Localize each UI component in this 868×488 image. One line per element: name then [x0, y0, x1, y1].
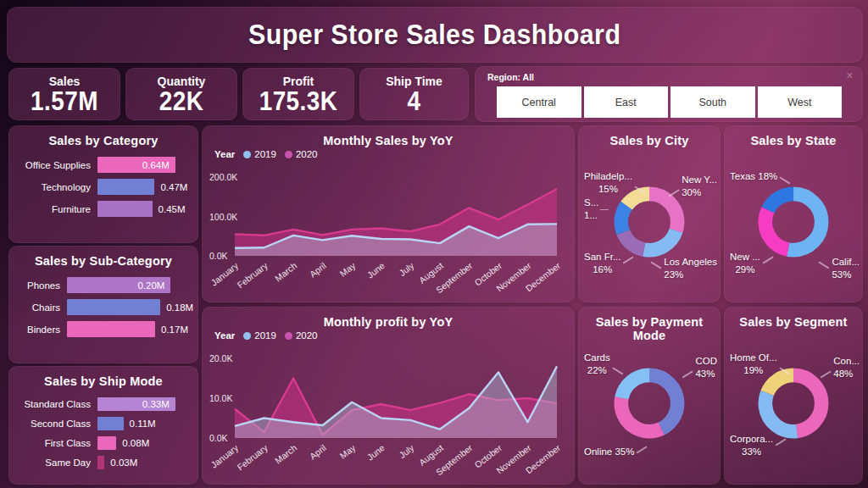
- bar-row[interactable]: Office Supplies0.64M: [18, 154, 189, 175]
- clear-filter-icon[interactable]: ✕: [846, 70, 854, 81]
- kpi-card-sales: Sales 1.57M: [8, 68, 120, 120]
- bar-value-label: 0.18M: [166, 302, 193, 313]
- bar[interactable]: [97, 179, 154, 195]
- donut-label: New Y...30%: [682, 174, 717, 199]
- bar-row[interactable]: Second Class0.11M: [18, 414, 189, 433]
- svg-text:April: April: [308, 442, 328, 461]
- area-chart-monthly-sales[interactable]: 0.0K100.0K200.0KJanuaryFebruaryMarchApri…: [209, 165, 567, 297]
- legend-label: 2019: [254, 149, 276, 159]
- panel-sales-by-ship-mode: Sales by Ship Mode Standard Class0.33MSe…: [8, 366, 198, 485]
- bar-chart-subcategory[interactable]: Phones0.20MChairs0.18MBinders0.17M: [9, 274, 198, 340]
- legend-item-2020[interactable]: 2020: [285, 149, 318, 159]
- bar[interactable]: 0.20M: [67, 277, 170, 293]
- region-option-west[interactable]: West: [758, 86, 843, 118]
- panel-title: Monthly Sales by YoY: [208, 134, 569, 147]
- legend-title: Year: [214, 330, 235, 341]
- bar[interactable]: [97, 456, 104, 469]
- donut-label: Los Angeles23%: [664, 256, 717, 281]
- donut-label: Online 35%: [584, 446, 634, 458]
- panel-title: Sales by City: [584, 134, 715, 147]
- svg-text:May: May: [337, 442, 358, 461]
- region-slicer: Region: All ✕ Central East South West: [475, 66, 863, 122]
- legend-item-2019[interactable]: 2019: [243, 330, 276, 341]
- bar[interactable]: [97, 417, 124, 430]
- kpi-card-profit: Profit 175.3K: [242, 68, 354, 120]
- bar-row[interactable]: Furniture0.45M: [18, 198, 189, 219]
- panel-title: Sales by State: [730, 134, 857, 147]
- legend-item-2019[interactable]: 2019: [243, 149, 276, 159]
- panel-title: Monthly profit by YoY: [208, 315, 569, 329]
- region-option-central[interactable]: Central: [497, 86, 581, 118]
- svg-text:10.0K: 10.0K: [209, 393, 232, 403]
- bar-category-label: Second Class: [18, 419, 97, 429]
- legend-dot: [285, 151, 292, 158]
- area-chart-monthly-profit[interactable]: 0.0K10.0K20.0KJanuaryFebruaryMarchAprilM…: [209, 347, 567, 479]
- bar[interactable]: 0.33M: [97, 397, 175, 411]
- dashboard-title-bar: Super Store Sales Dashboard: [7, 7, 863, 63]
- bar-value-label: 0.20M: [137, 280, 164, 291]
- bar[interactable]: [97, 436, 116, 450]
- bar-row[interactable]: Standard Class0.33M: [18, 395, 189, 413]
- svg-text:February: February: [235, 260, 270, 291]
- bar[interactable]: 0.64M: [97, 157, 175, 173]
- donut-label: New ...29%: [730, 251, 760, 276]
- donut-label: COD43%: [695, 355, 717, 380]
- bar[interactable]: [97, 201, 153, 217]
- donut-chart-payment[interactable]: COD43%Online 35%Cards22%: [579, 331, 720, 484]
- region-option-south[interactable]: South: [670, 86, 755, 118]
- region-slicer-header: Region: All: [476, 67, 862, 82]
- bar-value-label: 0.45M: [159, 204, 186, 214]
- bar-row[interactable]: Phones0.20M: [18, 274, 189, 296]
- panel-sales-by-sub-category: Sales by Sub-Category Phones0.20MChairs0…: [8, 246, 198, 363]
- bar-row[interactable]: Technology0.47M: [18, 176, 189, 197]
- svg-text:0.0K: 0.0K: [209, 433, 228, 443]
- panel-monthly-sales-yoy: Monthly Sales by YoY Year 2019 2020 0.0K…: [202, 125, 575, 302]
- svg-text:June: June: [365, 442, 387, 463]
- svg-text:April: April: [308, 260, 328, 279]
- svg-text:20.0K: 20.0K: [209, 353, 232, 363]
- bar-row[interactable]: Chairs0.18M: [18, 297, 189, 318]
- svg-text:May: May: [337, 260, 358, 279]
- svg-text:February: February: [235, 442, 270, 473]
- donut-chart-city[interactable]: New Y...30%Los Angeles23%San Fr...16%S..…: [579, 150, 720, 302]
- bar-value-label: 0.47M: [160, 182, 187, 192]
- panel-title: Sales by Sub-Category: [14, 254, 192, 268]
- svg-text:0.0K: 0.0K: [209, 251, 228, 261]
- legend-label: 2019: [254, 330, 276, 341]
- legend-label: 2020: [296, 149, 318, 159]
- kpi-value: 175.3K: [249, 88, 348, 115]
- donut-label: Corpora...33%: [730, 433, 773, 458]
- legend-dot: [285, 332, 292, 340]
- donut-label: Calif...53%: [832, 256, 860, 281]
- legend-item-2020[interactable]: 2020: [285, 330, 318, 341]
- svg-text:March: March: [273, 260, 299, 284]
- panel-sales-by-segment: Sales by Segment Con...48%Corpora...33%H…: [724, 307, 863, 485]
- bar-chart-category[interactable]: Office Supplies0.64MTechnology0.47MFurni…: [9, 154, 198, 219]
- donut-label: S...1...: [584, 197, 598, 222]
- donut-label: Home Of...19%: [730, 352, 777, 377]
- svg-text:200.0K: 200.0K: [209, 172, 237, 182]
- bar-category-label: First Class: [18, 438, 97, 448]
- bar-row[interactable]: First Class0.08M: [18, 434, 189, 452]
- bar[interactable]: [67, 299, 160, 315]
- donut-chart-state[interactable]: Calif...53%New ...29%Texas 18%: [725, 150, 862, 302]
- bar-value-label: 0.08M: [122, 438, 149, 448]
- region-option-east[interactable]: East: [584, 86, 669, 118]
- bar-value-label: 0.03M: [110, 458, 137, 468]
- donut-chart-segment[interactable]: Con...48%Corpora...33%Home Of...19%: [725, 331, 862, 484]
- bar-row[interactable]: Binders0.17M: [18, 319, 189, 340]
- bar-category-label: Furniture: [18, 204, 97, 214]
- kpi-value: 4: [365, 88, 462, 115]
- svg-text:July: July: [397, 260, 416, 278]
- bar-row[interactable]: Same Day0.03M: [18, 453, 189, 472]
- bar-chart-shipmode[interactable]: Standard Class0.33MSecond Class0.11MFirs…: [9, 395, 198, 472]
- bar-value-label: 0.64M: [142, 160, 170, 170]
- bar-value-label: 0.11M: [130, 419, 156, 429]
- panel-title: Sales by Category: [14, 134, 192, 147]
- panel-sales-by-state: Sales by State Calif...53%New ...29%Texa…: [724, 125, 863, 302]
- panel-sales-by-city: Sales by City New Y...30%Los Angeles23%S…: [578, 125, 721, 302]
- bar[interactable]: [67, 321, 155, 337]
- kpi-card-ship-time: Ship Time 4: [359, 68, 469, 120]
- donut-label: San Fr...16%: [584, 251, 620, 276]
- legend-title: Year: [214, 149, 235, 159]
